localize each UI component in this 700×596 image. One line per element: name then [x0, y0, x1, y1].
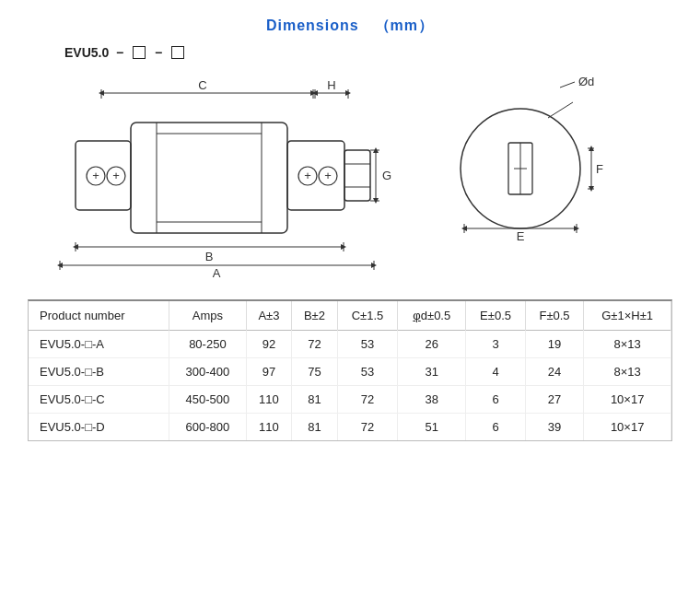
table-cell: EVU5.0-□-D [29, 414, 169, 441]
table-cell: 72 [337, 386, 397, 414]
side-diagram: Ød F E [451, 67, 608, 279]
svg-text:F: F [596, 162, 603, 176]
table-row: EVU5.0-□-B300-400977553314248×13 [29, 358, 671, 386]
table-cell: 38 [398, 386, 466, 414]
table-header-row: Product number Amps A±3 B±2 C±1.5 φd±0.5… [29, 301, 671, 331]
table-row: EVU5.0-□-C450-50011081723862710×17 [29, 386, 671, 414]
table-cell: 51 [398, 414, 466, 441]
svg-text:G: G [382, 169, 391, 182]
table-cell: 6 [466, 414, 525, 441]
main-diagram: C H + + [28, 67, 424, 279]
table-cell: 8×13 [584, 331, 671, 358]
table-cell: EVU5.0-□-C [29, 386, 169, 414]
svg-rect-13 [131, 123, 287, 233]
page-title: Dimensions （mm） [28, 17, 672, 36]
table-cell: EVU5.0-□-A [29, 331, 169, 358]
table-cell: 72 [292, 331, 338, 358]
svg-line-39 [560, 82, 575, 88]
table-cell: 6 [466, 386, 525, 414]
col-header-b: B±2 [292, 301, 338, 331]
svg-text:+: + [112, 169, 120, 182]
col-header-g: G±1×H±1 [584, 301, 671, 331]
svg-text:H: H [327, 78, 335, 92]
table-cell: 10×17 [584, 414, 671, 441]
page: Dimensions （mm） EVU5.0 − − C [0, 0, 700, 596]
table-cell: 53 [337, 331, 397, 358]
table-cell: EVU5.0-□-B [29, 358, 169, 386]
table-row: EVU5.0-□-A80-250927253263198×13 [29, 331, 671, 358]
table-cell: 24 [525, 358, 583, 386]
table-cell: 39 [525, 414, 583, 441]
svg-text:+: + [324, 169, 332, 182]
svg-text:Ød: Ød [578, 75, 594, 88]
col-header-phid: φd±0.5 [398, 301, 466, 331]
svg-text:+: + [92, 169, 99, 182]
svg-rect-18 [287, 141, 344, 210]
box-symbol-2 [171, 46, 184, 59]
col-header-a: A±3 [246, 301, 292, 331]
table-cell: 300-400 [169, 358, 247, 386]
table-cell: 4 [466, 358, 525, 386]
dimensions-table-container: Product number Amps A±3 B±2 C±1.5 φd±0.5… [28, 299, 672, 441]
table-cell: 97 [246, 358, 292, 386]
svg-text:+: + [304, 169, 311, 182]
table-cell: 53 [337, 358, 397, 386]
table-cell: 75 [292, 358, 338, 386]
table-cell: 81 [292, 414, 338, 441]
col-header-c: C±1.5 [337, 301, 397, 331]
col-header-f: F±0.5 [525, 301, 583, 331]
table-cell: 10×17 [584, 386, 671, 414]
svg-line-52 [548, 102, 573, 118]
table-cell: 72 [337, 414, 397, 441]
svg-text:B: B [205, 250, 214, 263]
table-cell: 80-250 [169, 331, 247, 358]
table-cell: 600-800 [169, 414, 247, 441]
table-cell: 3 [466, 331, 525, 358]
table-cell: 110 [246, 414, 292, 441]
col-header-product: Product number [29, 301, 169, 331]
svg-text:A: A [213, 266, 221, 279]
table-cell: 19 [525, 331, 583, 358]
col-header-e: E±0.5 [466, 301, 525, 331]
table-cell: 450-500 [169, 386, 247, 414]
diagrams-row: C H + + [28, 67, 672, 279]
svg-rect-23 [344, 150, 370, 201]
table-cell: 27 [525, 386, 583, 414]
box-symbol-1 [133, 46, 146, 59]
table-cell: 110 [246, 386, 292, 414]
table-cell: 26 [398, 331, 466, 358]
svg-text:E: E [517, 229, 525, 243]
dimensions-table: Product number Amps A±3 B±2 C±1.5 φd±0.5… [29, 301, 671, 440]
table-cell: 31 [398, 358, 466, 386]
table-cell: 81 [292, 386, 338, 414]
svg-rect-8 [76, 141, 131, 210]
table-cell: 8×13 [584, 358, 671, 386]
col-header-amps: Amps [169, 301, 247, 331]
table-cell: 92 [246, 331, 292, 358]
svg-text:C: C [198, 78, 206, 92]
model-code: EVU5.0 − − [64, 45, 672, 60]
table-row: EVU5.0-□-D600-80011081725163910×17 [29, 414, 671, 441]
